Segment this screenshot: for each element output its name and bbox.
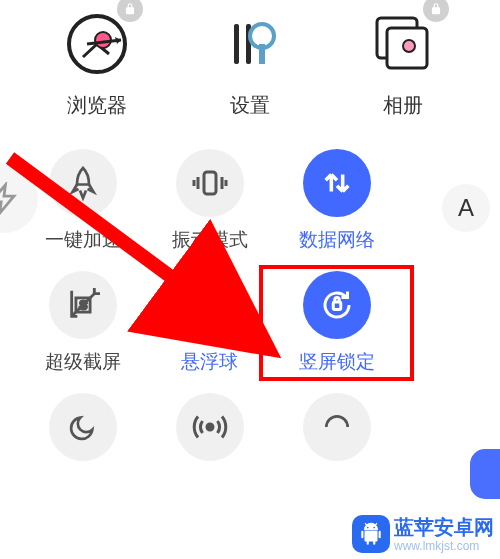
- rocket-icon: [49, 149, 117, 217]
- quick-label: 悬浮球: [181, 349, 238, 375]
- svg-rect-21: [367, 540, 369, 544]
- app-settings[interactable]: 设置: [190, 10, 310, 119]
- app-gallery[interactable]: 相册: [343, 10, 463, 119]
- quick-label: 超级截屏: [45, 349, 121, 375]
- quick-partial-item[interactable]: [273, 393, 400, 471]
- brand-url: www.lmkjst.com: [394, 539, 494, 553]
- quick-float-ball[interactable]: 悬浮球: [147, 271, 274, 375]
- svg-point-12: [208, 303, 213, 308]
- android-icon: [352, 515, 390, 553]
- svg-rect-20: [379, 530, 381, 538]
- quick-label: 一键加速: [45, 227, 121, 253]
- svg-rect-19: [361, 530, 363, 538]
- app-label: 相册: [383, 92, 423, 119]
- browser-icon: [63, 10, 131, 78]
- quick-screenshot[interactable]: S 超级截屏: [20, 271, 147, 375]
- quick-label: 振动模式: [172, 227, 248, 253]
- quick-night-mode[interactable]: [20, 393, 147, 471]
- quick-boost[interactable]: 一键加速: [20, 149, 147, 253]
- svg-rect-1: [234, 24, 239, 64]
- data-transfer-icon: [303, 149, 371, 217]
- vibrate-icon: [176, 149, 244, 217]
- app-label: 浏览器: [67, 92, 127, 119]
- app-shortcut-row: 浏览器 设置 相册: [0, 0, 500, 119]
- svg-rect-18: [365, 530, 378, 541]
- settings-icon: [216, 10, 284, 78]
- brand-name: 蓝苹安卓网: [394, 514, 494, 541]
- letter-a: A: [458, 194, 474, 222]
- screenshot-icon: S: [49, 271, 117, 339]
- quick-hotspot[interactable]: [147, 393, 274, 471]
- svg-text:S: S: [80, 299, 88, 311]
- svg-point-17: [373, 526, 375, 528]
- target-icon: [176, 271, 244, 339]
- partial-icon: [303, 393, 371, 461]
- svg-rect-4: [259, 44, 265, 64]
- side-handle[interactable]: [470, 449, 500, 499]
- quick-vibrate[interactable]: 振动模式: [147, 149, 274, 253]
- app-label: 设置: [230, 92, 270, 119]
- annotation-highlight-box: [259, 265, 414, 381]
- svg-point-16: [367, 526, 369, 528]
- svg-rect-7: [204, 172, 216, 194]
- hotspot-icon: [176, 393, 244, 461]
- font-size-button[interactable]: A: [442, 184, 490, 232]
- quick-label: 数据网络: [299, 227, 375, 253]
- quick-settings-grid: 一键加速 振动模式 数据网络 S 超级截屏: [0, 119, 420, 471]
- watermark: 蓝苹安卓网 www.lmkjst.com: [352, 514, 494, 553]
- app-browser[interactable]: 浏览器: [37, 10, 157, 119]
- quick-portrait-lock[interactable]: 竖屏锁定: [273, 271, 400, 375]
- svg-rect-22: [373, 540, 375, 544]
- quick-mobile-data[interactable]: 数据网络: [273, 149, 400, 253]
- gallery-icon: [369, 10, 437, 78]
- svg-point-14: [207, 424, 213, 430]
- moon-icon: [49, 393, 117, 461]
